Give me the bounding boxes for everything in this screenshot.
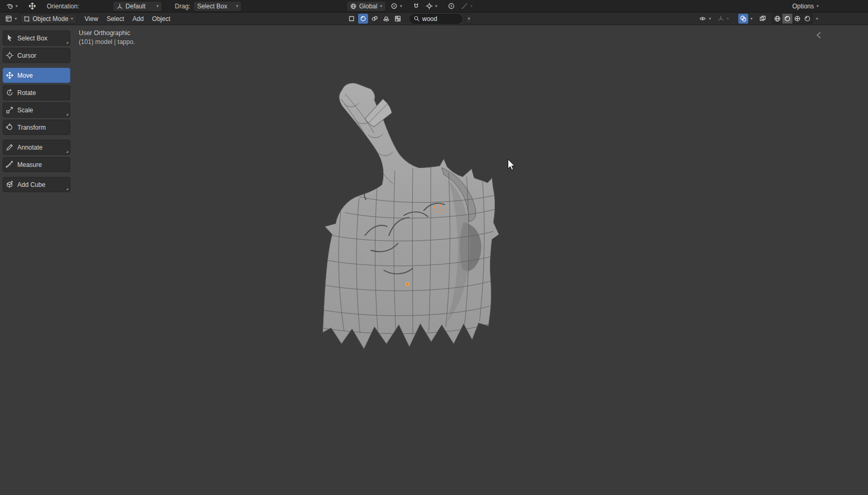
- options-label: Options: [792, 3, 814, 10]
- tool-move[interactable]: Move: [3, 68, 70, 83]
- topbar-right-group: Options ▾: [790, 0, 821, 12]
- tool-label: Rotate: [17, 89, 36, 97]
- search-input[interactable]: [422, 15, 458, 23]
- chevron-down-icon: ▾: [15, 4, 17, 8]
- shading-material-icon: [794, 15, 801, 22]
- tool-rotate[interactable]: Rotate: [3, 85, 70, 100]
- overlays-chevron-icon[interactable]: ▾: [750, 17, 752, 21]
- shading-solid-button[interactable]: [782, 14, 792, 24]
- options-dropdown[interactable]: Options ▾: [790, 1, 821, 12]
- tool-label: Annotate: [17, 144, 43, 151]
- tool-cursor[interactable]: Cursor: [3, 48, 70, 63]
- active-tool-move-icon-button[interactable]: [27, 1, 37, 11]
- object-visibility-dropdown[interactable]: ▾: [697, 14, 713, 24]
- tool-select-box[interactable]: Select Box: [3, 30, 70, 46]
- pivot-point-dropdown[interactable]: ▾: [389, 1, 404, 12]
- chevron-down-icon: ▾: [71, 17, 73, 21]
- object-mode-icon: [24, 16, 30, 22]
- tool-label: Select Box: [17, 35, 47, 42]
- scene-mesh-tappo: [0, 25, 868, 495]
- falloff-dropdown[interactable]: ▾: [459, 1, 475, 12]
- spheres-pair-button[interactable]: [370, 14, 380, 24]
- chevron-down-icon: ▾: [470, 4, 473, 8]
- overlays-toggle[interactable]: [738, 14, 748, 24]
- viewport-3d[interactable]: User Orthographic (101) model | tappo. S…: [0, 25, 868, 495]
- flyout-corner-icon: [66, 188, 68, 190]
- proportional-edit-icon: [448, 3, 455, 9]
- gizmo-icon: [717, 15, 724, 22]
- sphere-ring-icon: [383, 15, 390, 22]
- snap-toggle-button[interactable]: [411, 1, 421, 11]
- editor-type-icon: [5, 15, 12, 22]
- tool-label: Transform: [17, 124, 46, 131]
- search-filter-dropdown[interactable]: ▾: [466, 14, 472, 24]
- chevron-down-icon: ▾: [435, 4, 437, 8]
- tool-shelf: Select Box Cursor Move Rotate Sc: [3, 30, 70, 194]
- viewport-header: ▾ Object Mode ▾ View Select Add Object: [0, 13, 868, 25]
- global-orientation-icon: [350, 3, 357, 9]
- flyout-corner-icon: [66, 151, 68, 153]
- shading-material-button[interactable]: [792, 14, 802, 24]
- xray-toggle[interactable]: [758, 14, 768, 24]
- flyout-corner-icon: [66, 41, 68, 44]
- header-right-group: ▾ ▾ ▾: [697, 13, 818, 25]
- snap-target-dropdown[interactable]: ▾: [424, 1, 440, 12]
- menu-object[interactable]: Object: [149, 14, 174, 24]
- orientation-dropdown[interactable]: Default ▾: [113, 1, 162, 12]
- transform-orientation-dropdown[interactable]: Global ▾: [347, 1, 386, 12]
- tool-measure[interactable]: Measure: [3, 157, 70, 172]
- shading-rendered-button[interactable]: [802, 14, 812, 24]
- spheres-icon: [371, 15, 378, 22]
- drag-value: Select Box: [197, 3, 233, 10]
- measure-ruler-icon: [6, 161, 14, 168]
- orientation-value: Default: [126, 3, 154, 10]
- blender-logo-icon: [6, 3, 14, 10]
- sphere-ring-button[interactable]: [381, 14, 391, 24]
- editor-type-dropdown[interactable]: ▾: [3, 14, 19, 24]
- shading-wireframe-button[interactable]: [772, 14, 782, 24]
- tool-label: Add Cube: [17, 181, 45, 188]
- shading-chevron-icon[interactable]: ▾: [816, 17, 818, 21]
- cursor-3d-icon: [6, 51, 14, 59]
- proportional-edit-toggle[interactable]: [446, 1, 456, 11]
- transform-orientation-value: Global: [359, 3, 378, 10]
- orientation-label: Orientation:: [47, 3, 79, 10]
- blender-menu-button[interactable]: ▾: [4, 1, 20, 11]
- pivot-point-icon: [391, 3, 398, 9]
- header-center-group: ▾: [347, 13, 472, 25]
- tool-scale[interactable]: Scale: [3, 102, 70, 118]
- object-origin-dot: [406, 283, 409, 286]
- chevron-down-icon: ▾: [400, 4, 402, 8]
- visibility-eye-icon: [699, 15, 706, 22]
- mode-dropdown[interactable]: Object Mode ▾: [20, 14, 77, 24]
- sidebar-expand-chevron-icon[interactable]: [815, 31, 822, 39]
- drag-dropdown[interactable]: Select Box ▾: [193, 1, 242, 12]
- tool-annotate[interactable]: Annotate: [3, 140, 70, 155]
- tool-label: Scale: [17, 107, 33, 114]
- box-icon: [348, 15, 355, 22]
- sphere-solid-button[interactable]: [358, 14, 368, 24]
- checker-grid-icon: [394, 15, 401, 22]
- menu-select[interactable]: Select: [103, 14, 128, 24]
- mouse-cursor: [508, 159, 514, 170]
- menu-add[interactable]: Add: [129, 14, 147, 24]
- menu-view[interactable]: View: [81, 14, 102, 24]
- box-mode-button[interactable]: [347, 14, 357, 24]
- chevron-down-icon: ▾: [15, 17, 17, 21]
- search-field[interactable]: [410, 14, 462, 24]
- gizmos-dropdown[interactable]: ▾: [715, 14, 731, 24]
- rotate-icon: [6, 89, 14, 97]
- chevron-down-icon: ▾: [709, 17, 711, 21]
- overlays-icon: [740, 15, 747, 22]
- checker-grid-button[interactable]: [393, 14, 403, 24]
- transform-controls-group: Global ▾ ▾ ▾: [347, 0, 475, 12]
- chevron-down-icon: ▾: [468, 17, 470, 21]
- shading-solid-icon: [784, 15, 791, 22]
- tool-label: Cursor: [17, 52, 36, 59]
- chevron-down-icon: ▾: [380, 4, 382, 8]
- chevron-down-icon: ▾: [817, 4, 819, 8]
- snap-target-icon: [426, 3, 433, 9]
- tool-add-cube[interactable]: Add Cube: [3, 177, 70, 192]
- shading-wireframe-icon: [774, 15, 781, 22]
- tool-transform[interactable]: Transform: [3, 120, 70, 135]
